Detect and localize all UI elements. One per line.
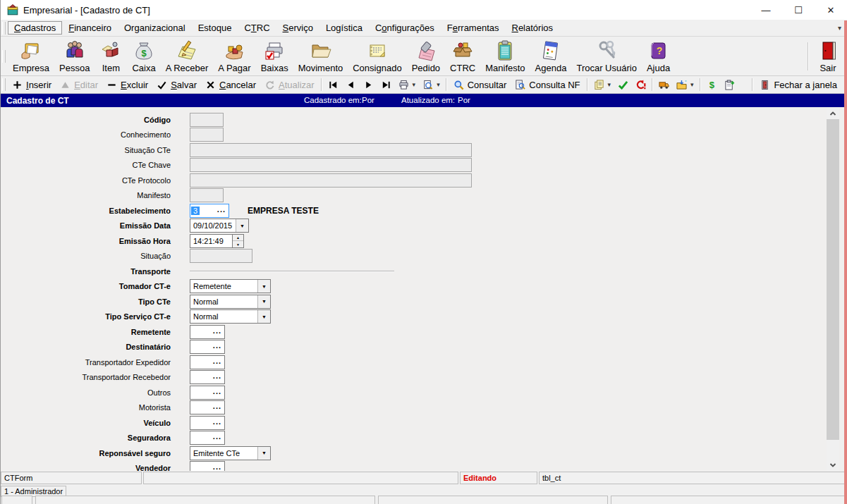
minimize-button[interactable]: — (750, 0, 782, 20)
truck-button[interactable] (655, 77, 673, 92)
field-lookup-estabelecimento[interactable]: 3... (190, 204, 229, 218)
nav-last-button[interactable] (377, 77, 395, 92)
close-button[interactable]: ✕ (815, 0, 847, 20)
menu-item-configuracoes[interactable]: Configurações (369, 21, 441, 35)
toolbar-button-baixas[interactable]: Baixas (256, 38, 293, 75)
field-lookup-destinatario[interactable]: ... (190, 340, 225, 354)
toolbar-button-ctrc[interactable]: CTRC (445, 38, 480, 75)
print-preview-button[interactable]: ▾ (419, 77, 444, 92)
money-button[interactable]: $ (703, 77, 721, 92)
toolbar-button-a-receber[interactable]: A Receber (161, 38, 214, 75)
field-combo-reponsavel-seguro[interactable]: Emitente CTe▼ (190, 446, 271, 460)
close-window-button[interactable]: Fechar a janela (755, 77, 841, 92)
ellipsis-button[interactable]: ... (213, 357, 221, 365)
toolbar-button-pedido[interactable]: Pedido (407, 38, 445, 75)
toolbar-button-item[interactable]: Item (95, 38, 127, 75)
vertical-scrollbar[interactable] (827, 107, 839, 471)
delete-button[interactable]: Excluir (102, 77, 152, 92)
documents-button[interactable]: ▾ (590, 77, 615, 92)
field-combo-tipo-servico-ct-e[interactable]: Normal▼ (190, 309, 271, 324)
export-folder-button[interactable]: * ▾ (673, 77, 697, 92)
ellipsis-button[interactable]: ... (217, 205, 226, 214)
spin-up-icon[interactable]: ▲ (233, 235, 243, 242)
toolbar-button-empresa[interactable]: Empresa (8, 38, 54, 75)
save-button[interactable]: Salvar (152, 77, 201, 92)
ellipsis-button[interactable]: ... (213, 417, 221, 426)
consult-nf-button[interactable]: Consulta NF (511, 77, 584, 92)
menu-item-estoque[interactable]: Estoque (192, 21, 238, 35)
ellipsis-button[interactable]: ... (213, 371, 221, 380)
field-lookup-motorista[interactable]: ... (190, 400, 225, 414)
toolbar-separator (446, 78, 447, 91)
field-input-manifesto[interactable] (190, 188, 224, 202)
refresh-button[interactable]: Atualizar (260, 77, 319, 92)
field-lookup-transportador-recebedor[interactable]: ... (190, 370, 225, 384)
toolbar-button-movimento[interactable]: Movimento (293, 38, 348, 75)
menu-item-relatorios[interactable]: Relatórios (506, 21, 560, 35)
field-input-cte-chave[interactable] (190, 158, 472, 172)
toolbar-button-ajuda[interactable]: ?Ajuda (642, 38, 675, 75)
field-combo-tipo-cte[interactable]: Normal▼ (190, 295, 271, 309)
exit-button[interactable]: Sair (812, 38, 844, 75)
field-input-situacao-cte[interactable] (190, 143, 472, 157)
field-input-codigo[interactable] (190, 113, 224, 127)
toolbar-button-caixa[interactable]: $Caixa (127, 38, 160, 75)
field-lookup-transportador-expedidor[interactable]: ... (190, 355, 225, 369)
new-document-button[interactable] (721, 77, 738, 92)
toolbar-button-manifesto[interactable]: Manifesto (480, 38, 530, 75)
form-row-cte-chave: CTe Chave (1, 158, 847, 173)
ellipsis-button[interactable]: ... (213, 387, 221, 395)
field-lookup-vendedor[interactable]: ... (190, 461, 225, 471)
edit-button[interactable]: Editar (56, 77, 102, 92)
toolbar-button-a-pagar[interactable]: A Pagar (213, 38, 255, 75)
nav-next-button[interactable] (360, 77, 377, 92)
form-row-conhecimento: Conhecimento (1, 128, 847, 143)
field-input-cte-protocolo[interactable] (190, 173, 472, 188)
chevron-down-icon[interactable]: ▾ (838, 24, 841, 32)
toolbar-button-pessoa[interactable]: Pessoa (54, 38, 95, 75)
maximize-button[interactable]: ☐ (782, 0, 815, 20)
field-lookup-outros[interactable]: ... (190, 386, 225, 400)
toolbar-button-trocar-usuario[interactable]: Trocar Usuário (571, 38, 641, 75)
menu-item-logistica[interactable]: Logística (319, 21, 369, 35)
menu-item-financeiro[interactable]: Financeiro (62, 21, 118, 35)
field-lookup-seguradora[interactable]: ... (190, 431, 225, 445)
menu-item-organizacional[interactable]: Organizacional (118, 21, 192, 35)
menu-item-ctrc[interactable]: CTRC (238, 21, 276, 35)
ellipsis-button[interactable]: ... (213, 341, 221, 350)
menu-item-servico[interactable]: Serviço (276, 21, 319, 35)
chevron-down-icon[interactable]: ▼ (257, 310, 270, 323)
field-combo-tomador-ct-e[interactable]: Remetente▼ (190, 279, 271, 293)
field-combo-emissao-data[interactable]: 09/10/2015▼ (190, 219, 249, 233)
ellipsis-button[interactable]: ... (213, 432, 221, 441)
spin-down-icon[interactable]: ▼ (233, 241, 243, 247)
field-input-situacao[interactable] (190, 249, 252, 263)
ellipsis-button[interactable]: ... (213, 462, 221, 471)
scrollbar-thumb[interactable] (827, 119, 839, 440)
field-lookup-remetente[interactable]: ... (190, 325, 225, 339)
menu-item-ferramentas[interactable]: Ferramentas (441, 21, 506, 35)
field-lookup-veiculo[interactable]: ... (190, 416, 225, 430)
consult-button[interactable]: Consultar (449, 77, 511, 92)
toolbar-button-consignado[interactable]: Consignado (348, 38, 406, 75)
field-spin-emissao-hora[interactable]: 14:21:49▲▼ (190, 234, 244, 248)
nav-first-button[interactable] (324, 77, 342, 92)
scroll-down-icon[interactable] (827, 459, 839, 471)
nav-prev-button[interactable] (342, 77, 360, 92)
scroll-up-icon[interactable] (827, 107, 839, 119)
cancel-button[interactable]: Cancelar (201, 77, 260, 92)
chevron-down-icon[interactable]: ▼ (257, 447, 270, 460)
ellipsis-button[interactable]: ... (213, 402, 221, 410)
chevron-down-icon[interactable]: ▼ (236, 219, 248, 232)
chevron-down-icon[interactable]: ▼ (257, 280, 270, 293)
chevron-down-icon[interactable]: ▼ (257, 295, 270, 308)
cancel-cte-button[interactable] (632, 77, 650, 92)
approve-button[interactable] (614, 77, 632, 92)
menu-item-cadastros[interactable]: Cadastros (8, 21, 62, 35)
field-input-conhecimento[interactable] (190, 128, 224, 142)
ellipsis-button[interactable]: ... (213, 326, 221, 335)
toolbar-button-agenda[interactable]: Agenda (530, 38, 572, 75)
green-check-icon (618, 80, 628, 90)
print-button[interactable]: ▾ (395, 77, 420, 92)
insert-button[interactable]: Inserir (8, 77, 56, 92)
